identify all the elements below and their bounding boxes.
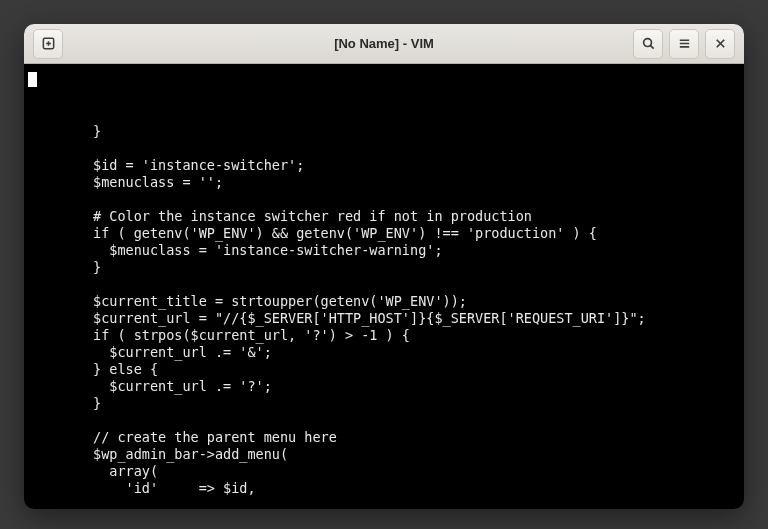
close-icon [713, 36, 728, 51]
hamburger-icon [677, 36, 692, 51]
titlebar: [No Name] - VIM [24, 24, 744, 64]
code-content: } $id = 'instance-switcher'; $menuclass … [24, 123, 744, 497]
search-icon [641, 36, 656, 51]
editor-area[interactable]: } $id = 'instance-switcher'; $menuclass … [24, 64, 744, 509]
terminal-window: [No Name] - VIM [24, 24, 744, 509]
svg-line-4 [650, 46, 653, 49]
new-tab-button[interactable] [33, 29, 63, 59]
close-button[interactable] [705, 29, 735, 59]
vim-cursor [28, 72, 37, 87]
svg-point-3 [643, 39, 651, 47]
search-button[interactable] [633, 29, 663, 59]
new-tab-icon [41, 36, 56, 51]
menu-button[interactable] [669, 29, 699, 59]
